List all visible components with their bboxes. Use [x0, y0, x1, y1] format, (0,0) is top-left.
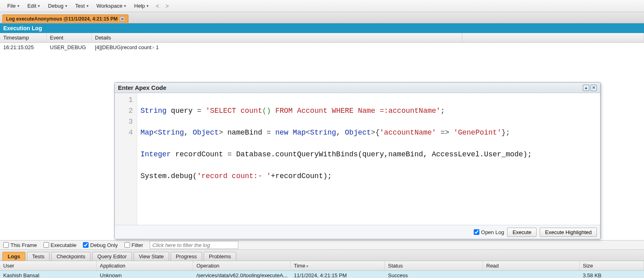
apex-code-dialog: Enter Apex Code ▲ ✕ 1 2 3 4 String query…	[114, 82, 601, 239]
dialog-title-label: Enter Apex Code	[118, 84, 166, 91]
menu-workspace-label: Workspace	[97, 3, 123, 9]
token	[271, 129, 275, 137]
this-frame-label: This Frame	[10, 242, 37, 248]
bottom-tabstrip: Logs Tests Checkpoints Query Editor View…	[0, 250, 644, 261]
dialog-footer: Open Log Execute Execute Highlighted	[115, 225, 600, 239]
executable-checkbox-input[interactable]	[43, 242, 49, 248]
token: Integer	[140, 150, 171, 158]
token: Map	[140, 129, 153, 137]
log-col-timestamp[interactable]: Timestamp	[0, 33, 47, 43]
token: =>	[436, 129, 454, 137]
this-frame-checkbox-input[interactable]	[3, 242, 9, 248]
nav-back-icon[interactable]: <	[153, 1, 162, 11]
collapse-icon[interactable]: ▲	[583, 85, 589, 91]
token: new	[275, 129, 288, 137]
execution-log-table: Timestamp Event Details 16:21:15:025 USE…	[0, 33, 644, 52]
cell-read	[483, 271, 580, 278]
token: String	[310, 129, 336, 137]
token: =	[227, 150, 232, 158]
file-tabstrip: Log executeAnonymous @11/1/2024, 4:21:15…	[0, 12, 644, 23]
token	[201, 107, 206, 115]
log-cell-event: USER_DEBUG	[47, 43, 92, 52]
menu-file-label: File	[7, 3, 16, 9]
tab-view-state[interactable]: View State	[134, 252, 169, 261]
menu-file[interactable]: File	[3, 1, 23, 10]
token: >	[219, 129, 223, 137]
menu-edit[interactable]: Edit	[23, 1, 44, 10]
menu-debug[interactable]: Debug	[44, 1, 71, 10]
cell-status: Success	[385, 271, 483, 278]
col-application[interactable]: Application	[97, 261, 193, 270]
code-body[interactable]: String query = 'SELECT count() FROM Acco…	[137, 93, 535, 225]
token: ,	[336, 129, 345, 137]
token: 'record count:- '	[197, 172, 271, 180]
col-status[interactable]: Status	[385, 261, 483, 270]
token: Object	[345, 129, 371, 137]
debug-only-checkbox[interactable]: Debug Only	[83, 242, 118, 248]
token: ()	[262, 107, 271, 115]
log-col-event[interactable]: Event	[47, 33, 92, 43]
line-gutter: 1 2 3 4	[115, 93, 137, 225]
tab-checkpoints[interactable]: Checkpoints	[51, 252, 91, 261]
col-user[interactable]: User	[0, 261, 97, 270]
filter-input[interactable]	[150, 241, 238, 249]
close-dialog-icon[interactable]: ✕	[590, 85, 597, 91]
open-log-checkbox[interactable]: Open Log	[474, 229, 504, 235]
tab-problems[interactable]: Problems	[204, 252, 236, 261]
tab-tests[interactable]: Tests	[27, 252, 50, 261]
token: Object	[193, 129, 219, 137]
menu-test[interactable]: Test	[71, 1, 93, 10]
execute-button[interactable]: Execute	[507, 228, 537, 237]
logs-grid-header: User Application Operation Time Status R…	[0, 261, 644, 271]
nav-forward-icon[interactable]: >	[162, 1, 172, 11]
menubar: File Edit Debug Test Workspace Help < >	[0, 0, 644, 12]
line-number: 4	[116, 127, 133, 138]
log-cell-details: [4]|DEBUG|record count:- 1	[92, 43, 462, 52]
token: ,	[184, 129, 193, 137]
menu-help[interactable]: Help	[130, 1, 153, 10]
token: >	[371, 129, 376, 137]
line-number: 1	[116, 95, 133, 106]
log-row[interactable]: 16:21:15:025 USER_DEBUG [4]|DEBUG|record…	[0, 43, 644, 52]
file-tab-log[interactable]: Log executeAnonymous @11/1/2024, 4:21:15…	[2, 15, 128, 23]
token: String	[140, 107, 167, 115]
cell-operation: /services/data/v62.0/tooling/executeA...	[193, 271, 291, 278]
open-log-checkbox-input[interactable]	[474, 229, 479, 235]
token: }	[502, 129, 506, 137]
log-cell-timestamp: 16:21:15:025	[0, 43, 47, 52]
execute-highlighted-button[interactable]: Execute Highlighted	[540, 228, 597, 237]
col-operation[interactable]: Operation	[193, 261, 291, 270]
code-editor[interactable]: 1 2 3 4 String query = 'SELECT count() F…	[115, 93, 600, 225]
executable-checkbox[interactable]: Executable	[43, 242, 76, 248]
log-col-details[interactable]: Details	[92, 33, 462, 43]
logs-grid-row[interactable]: Kashish Bansal Unknown /services/data/v6…	[0, 271, 644, 278]
debug-only-checkbox-input[interactable]	[83, 242, 89, 248]
close-icon[interactable]: ✕	[120, 17, 125, 21]
token: <	[153, 129, 158, 137]
filter-checkbox-input[interactable]	[124, 242, 130, 248]
col-read[interactable]: Read	[483, 261, 580, 270]
dialog-titlebar[interactable]: Enter Apex Code ▲ ✕	[115, 83, 600, 93]
token: FROM Account WHERE Name =:accountName'	[271, 107, 440, 115]
token: Map	[293, 129, 305, 137]
execution-log-title: Execution Log	[0, 23, 644, 33]
this-frame-checkbox[interactable]: This Frame	[3, 242, 37, 248]
token: 'SELECT count	[206, 107, 262, 115]
executable-label: Executable	[51, 242, 76, 248]
token: nameBind	[223, 129, 266, 137]
token: <	[306, 129, 310, 137]
tab-progress[interactable]: Progress	[171, 252, 202, 261]
line-number: 2	[116, 106, 133, 116]
token: 'accountName'	[380, 129, 436, 137]
tab-logs[interactable]: Logs	[2, 252, 25, 261]
col-time[interactable]: Time	[291, 261, 385, 270]
menu-test-label: Test	[75, 3, 85, 9]
menu-help-label: Help	[134, 3, 145, 9]
tab-query-editor[interactable]: Query Editor	[92, 252, 132, 261]
main-area: Execution Log Timestamp Event Details 16…	[0, 23, 644, 278]
token: String	[158, 129, 184, 137]
filter-checkbox[interactable]: Filter	[124, 242, 143, 248]
menu-workspace[interactable]: Workspace	[93, 1, 130, 10]
col-size[interactable]: Size	[580, 261, 644, 270]
line-number: 3	[116, 116, 133, 127]
